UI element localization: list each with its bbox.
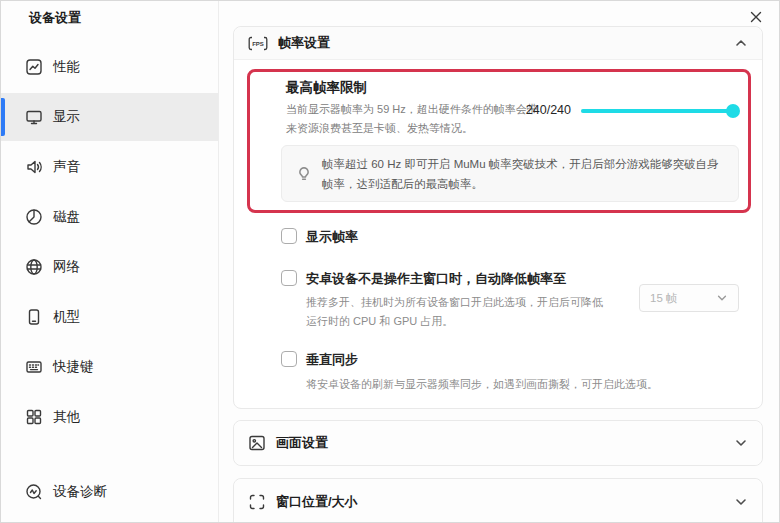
vsync-label: 垂直同步: [306, 351, 358, 369]
window-position-card: 窗口位置/大小: [233, 478, 763, 523]
fps-tip-text: 帧率超过 60 Hz 即可开启 MuMu 帧率突破技术，开启后部分游戏能够突破自…: [322, 154, 724, 194]
window-title: 设备设置: [29, 9, 81, 27]
window-resize-icon: [248, 493, 266, 511]
close-button[interactable]: [745, 6, 767, 28]
keyboard-icon: [25, 358, 43, 376]
display-icon: [25, 108, 43, 126]
sidebar-divider: [218, 1, 219, 522]
slider-track[interactable]: [581, 109, 739, 113]
picture-icon: [248, 434, 266, 452]
device-settings-window: 设备设置 性能 显示 声音 磁盘 网络 机型 快捷: [0, 0, 780, 523]
window-position-title: 窗口位置/大小: [276, 493, 724, 511]
max-fps-slider[interactable]: [581, 103, 739, 119]
vsync-checkbox[interactable]: [281, 351, 297, 367]
svg-text:FPS: FPS: [252, 41, 264, 47]
fps-section-title: 帧率设置: [278, 34, 724, 52]
max-fps-title: 最高帧率限制: [286, 79, 367, 97]
window-position-header[interactable]: 窗口位置/大小: [234, 479, 762, 523]
sidebar-item-other[interactable]: 其他: [1, 393, 218, 441]
close-icon: [748, 9, 764, 25]
sidebar-item-shortcuts[interactable]: 快捷键: [1, 343, 218, 391]
performance-icon: [25, 58, 43, 76]
sidebar-item-network[interactable]: 网络: [1, 243, 218, 291]
reduce-fps-dropdown[interactable]: 15 帧: [639, 284, 739, 312]
option-show-fps: 显示帧率: [281, 228, 358, 246]
sidebar-item-performance[interactable]: 性能: [1, 43, 218, 91]
slider-fill: [581, 109, 739, 113]
sidebar-item-disk[interactable]: 磁盘: [1, 193, 218, 241]
auto-reduce-fps-checkbox[interactable]: [281, 270, 297, 286]
sidebar: 性能 显示 声音 磁盘 网络 机型 快捷键 其他: [1, 43, 218, 443]
phone-icon: [25, 308, 43, 326]
reduce-fps-dropdown-value: 15 帧: [650, 291, 716, 306]
lightbulb-icon: [296, 166, 312, 182]
diagnostics-icon: [25, 483, 43, 501]
slider-thumb[interactable]: [726, 104, 740, 118]
fps-icon: FPS: [248, 36, 268, 51]
sound-icon: [25, 158, 43, 176]
option-vsync: 垂直同步: [281, 351, 358, 369]
fps-tip-box: 帧率超过 60 Hz 即可开启 MuMu 帧率突破技术，开启后部分游戏能够突破自…: [281, 145, 739, 202]
picture-settings-header[interactable]: 画面设置: [234, 421, 762, 465]
show-fps-label: 显示帧率: [306, 228, 358, 246]
grid-icon: [25, 408, 43, 426]
max-fps-value: 240/240: [471, 103, 571, 117]
chevron-down-icon[interactable]: [734, 436, 748, 450]
sidebar-item-diagnostics[interactable]: 设备诊断: [1, 468, 218, 516]
vsync-description: 将安卓设备的刷新与显示器频率同步，如遇到画面撕裂，可开启此选项。: [306, 375, 726, 394]
sidebar-item-device-model[interactable]: 机型: [1, 293, 218, 341]
sidebar-item-sound[interactable]: 声音: [1, 143, 218, 191]
sidebar-item-display[interactable]: 显示: [1, 93, 218, 141]
picture-section-title: 画面设置: [276, 434, 724, 452]
chevron-down-icon[interactable]: [734, 495, 748, 509]
disk-icon: [25, 208, 43, 226]
auto-reduce-fps-description: 推荐多开、挂机时为所有设备窗口开启此选项，开启后可降低运行时的 CPU 和 GP…: [306, 293, 606, 331]
option-auto-reduce-fps: 安卓设备不是操作主窗口时，自动降低帧率至: [281, 270, 566, 288]
picture-settings-card: 画面设置: [233, 420, 763, 466]
show-fps-checkbox[interactable]: [281, 228, 297, 244]
chevron-down-icon: [716, 292, 728, 304]
network-icon: [25, 258, 43, 276]
sidebar-footer: 设备诊断: [1, 468, 218, 518]
fps-settings-header[interactable]: FPS 帧率设置: [234, 27, 762, 60]
chevron-up-icon[interactable]: [734, 36, 748, 50]
auto-reduce-fps-label: 安卓设备不是操作主窗口时，自动降低帧率至: [306, 270, 566, 288]
